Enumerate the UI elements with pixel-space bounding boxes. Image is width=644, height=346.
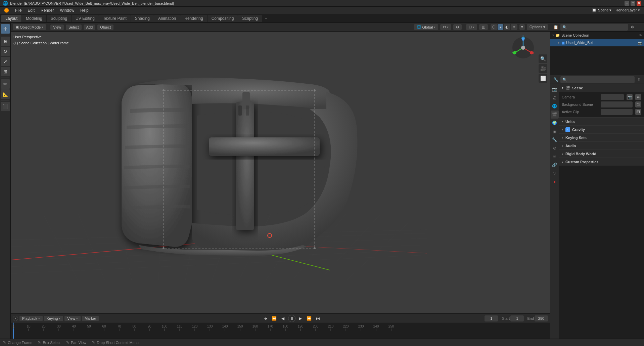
gravity-section-header[interactable]: ▸ ✓ Gravity xyxy=(559,125,644,133)
camera-pick-btn[interactable]: 📷 xyxy=(627,94,633,100)
props-filter-btn[interactable]: ⚙ xyxy=(636,77,642,83)
tab-scripting[interactable]: Scripting xyxy=(238,15,262,22)
tab-modeling[interactable]: Modeling xyxy=(22,15,46,22)
shading-settings-btn[interactable]: ▾ xyxy=(519,24,525,30)
tab-shading[interactable]: Shading xyxy=(131,15,154,22)
current-frame-input[interactable] xyxy=(485,315,498,321)
next-keyframe-button[interactable]: ⏩ xyxy=(306,315,313,322)
custom-props-section-header[interactable]: ▸ Custom Properties xyxy=(559,158,644,166)
jump-start-button[interactable]: ⏮ xyxy=(262,315,269,322)
rotate-tool-button[interactable]: ↻ xyxy=(1,47,10,56)
particles-tab[interactable]: ⊙ xyxy=(551,144,559,152)
annotate-tool-button[interactable]: ✏ xyxy=(1,79,10,89)
outliner-sort-btn[interactable]: ☰ xyxy=(636,24,642,30)
tab-animation[interactable]: Animation xyxy=(154,15,180,22)
render-layer-selector[interactable]: RenderLayer ▾ xyxy=(615,8,640,12)
play-stop-button[interactable]: ⏸ xyxy=(288,315,295,322)
props-icon-btn[interactable]: 🔧 xyxy=(552,76,559,83)
world-tab[interactable]: 🌍 xyxy=(551,119,559,127)
cursor-tool-button[interactable]: ✛ xyxy=(1,24,10,34)
scene-collection-vis-icon[interactable]: 👁 xyxy=(639,34,642,37)
background-field[interactable] xyxy=(601,101,633,107)
render-tab[interactable]: 📷 xyxy=(551,85,559,93)
outliner-filter-btn[interactable]: ⚙ xyxy=(629,24,635,30)
close-button[interactable]: ✕ xyxy=(637,1,641,6)
camera-edit-btn[interactable]: ✏ xyxy=(635,94,641,100)
render-shading-btn[interactable]: ☀ xyxy=(511,24,517,30)
transform-tool-button[interactable]: ⊞ xyxy=(1,67,10,76)
menu-render[interactable]: Render xyxy=(38,7,56,13)
select-menu[interactable]: Select xyxy=(66,25,82,30)
menu-edit[interactable]: Edit xyxy=(25,7,37,13)
menu-window[interactable]: Window xyxy=(57,7,77,13)
outliner-scene-collection[interactable]: ▾ 📁 Scene Collection 👁 xyxy=(550,32,644,39)
next-frame-button[interactable]: ▶ xyxy=(297,315,304,322)
camera-field[interactable] xyxy=(601,94,624,100)
front-view-button[interactable]: ⬜ xyxy=(539,74,547,83)
active-clip-pick-btn[interactable]: 🎞 xyxy=(635,109,641,115)
tab-uv-editing[interactable]: UV Editing xyxy=(72,15,99,22)
scene-tab[interactable]: 🎬 xyxy=(551,111,559,119)
physics-tab[interactable]: ⚛ xyxy=(551,153,559,161)
tab-rendering[interactable]: Rendering xyxy=(180,15,207,22)
audio-section-header[interactable]: ▸ Audio xyxy=(559,141,644,149)
proportional-btn[interactable]: ⊙ xyxy=(453,24,462,30)
tab-sculpting[interactable]: Sculpting xyxy=(47,15,71,22)
scene-selector[interactable]: Scene ▾ xyxy=(598,8,611,12)
prev-frame-button[interactable]: ◀ xyxy=(279,315,287,322)
object-camera-icon[interactable]: 📷 xyxy=(638,41,642,45)
toggle-camera-button[interactable]: 🎥 xyxy=(539,64,547,73)
menu-help[interactable]: Help xyxy=(78,7,91,13)
active-clip-field[interactable] xyxy=(601,109,633,115)
move-tool-button[interactable]: ⊕ xyxy=(1,37,10,46)
view-dropdown[interactable]: View ▾ xyxy=(64,316,81,321)
tab-compositing[interactable]: Compositing xyxy=(208,15,238,22)
add-menu[interactable]: Add xyxy=(84,25,96,30)
constraints-tab[interactable]: 🔗 xyxy=(551,161,559,169)
menu-file[interactable]: File xyxy=(12,7,24,13)
tab-texture-paint[interactable]: Texture Paint xyxy=(99,15,131,22)
zoom-to-fit-button[interactable]: 🔍 xyxy=(539,54,547,63)
props-search-input[interactable] xyxy=(560,76,635,83)
view-layer-tab[interactable]: 🌐 xyxy=(551,102,559,110)
navigation-gizmo[interactable]: Z X Y xyxy=(510,34,537,61)
object-mode-dropdown[interactable]: ▣ Object Mode ▾ xyxy=(13,24,46,30)
add-cube-tool-button[interactable]: ⬛ xyxy=(1,102,10,111)
jump-end-button[interactable]: ⏭ xyxy=(314,315,322,322)
marker-dropdown[interactable]: Marker xyxy=(82,316,99,321)
scene-section-header[interactable]: ▸ 🎬 Scene xyxy=(559,84,644,92)
measure-tool-button[interactable]: 📐 xyxy=(1,89,10,99)
transform-global-btn[interactable]: 🌐 Global ▾ xyxy=(414,24,439,30)
overlay-btn[interactable]: ⊟ ▾ xyxy=(466,24,477,30)
timeline-ruler[interactable]: 1 10 20 30 40 50 60 xyxy=(11,322,550,339)
keying-dropdown[interactable]: Keying ▾ xyxy=(44,316,63,321)
material-tab[interactable]: ● xyxy=(551,178,559,186)
menu-blender[interactable]: 🟠 xyxy=(1,7,12,13)
frame-end-input[interactable] xyxy=(535,315,548,321)
scale-tool-button[interactable]: ⤢ xyxy=(1,57,10,66)
object-menu[interactable]: Object xyxy=(97,25,113,30)
prev-keyframe-button[interactable]: ⏪ xyxy=(271,315,278,322)
gravity-checkbox[interactable]: ✓ xyxy=(565,127,570,132)
units-section-header[interactable]: ▸ Units xyxy=(559,117,644,125)
solid-shading-btn[interactable]: ● xyxy=(498,24,503,30)
playback-dropdown[interactable]: Playback ▾ xyxy=(19,316,43,321)
view-menu[interactable]: View xyxy=(50,25,64,30)
viewport-view-area[interactable]: User Perspective (1) Scene Collection | … xyxy=(11,32,550,313)
wireframe-shading-btn[interactable]: ⬡ xyxy=(491,24,497,30)
outliner-search-input[interactable] xyxy=(560,24,628,31)
data-tab[interactable]: ▽ xyxy=(551,169,559,177)
modifier-tab[interactable]: 🔧 xyxy=(551,136,559,144)
xray-btn[interactable]: ◫ xyxy=(479,24,488,30)
rigid-body-section-header[interactable]: ▸ Rigid Body World xyxy=(559,149,644,158)
maximize-button[interactable]: □ xyxy=(631,1,635,6)
frame-start-input[interactable] xyxy=(510,315,524,321)
snap-btn[interactable]: ⚯ ▾ xyxy=(440,24,451,30)
background-pick-btn[interactable]: 🎬 xyxy=(635,101,641,107)
minimize-button[interactable]: ─ xyxy=(625,1,629,6)
outliner-icon-btn[interactable]: 📋 xyxy=(552,24,559,31)
output-tab[interactable]: 🖨 xyxy=(551,94,559,102)
material-shading-btn[interactable]: ◐ xyxy=(504,24,510,30)
keying-sets-section-header[interactable]: ▸ Keying Sets xyxy=(559,133,644,141)
outliner-used-wide-belt[interactable]: ▸ ▣ Used_Wide_Belt 📷 xyxy=(550,39,644,46)
